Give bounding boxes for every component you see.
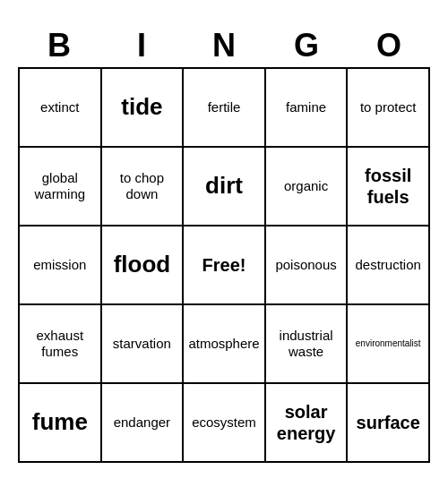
cell-text: emission [33, 257, 86, 273]
bingo-cell: solar energy [266, 384, 349, 463]
bingo-cell: famine [266, 69, 349, 148]
bingo-cell: global warming [20, 148, 102, 226]
header-letter: N [183, 24, 265, 67]
bingo-cell: fume [20, 384, 102, 463]
header-letter: I [100, 24, 183, 67]
cell-text: organic [284, 178, 328, 194]
cell-text: fertile [208, 99, 241, 115]
bingo-cell: industrial waste [266, 305, 349, 384]
cell-text: fume [32, 408, 88, 436]
bingo-cell: atmosphere [184, 305, 266, 384]
cell-text: environmentalist [356, 338, 421, 349]
bingo-cell: organic [266, 148, 349, 226]
bingo-cell: tide [102, 69, 185, 148]
bingo-grid: extincttidefertilefamineto protectglobal… [18, 67, 430, 463]
cell-text: Free! [202, 254, 246, 276]
bingo-cell: Free! [184, 226, 266, 305]
cell-text: fossil fuels [351, 165, 425, 208]
cell-text: to protect [360, 99, 417, 115]
bingo-cell: exhaust fumes [20, 305, 102, 384]
header-letter: G [265, 24, 348, 67]
bingo-cell: destruction [348, 226, 430, 305]
bingo-cell: to protect [348, 69, 430, 148]
bingo-cell: to chop down [102, 148, 185, 226]
header-letter: O [348, 24, 430, 67]
cell-text: industrial waste [270, 328, 343, 360]
cell-text: global warming [23, 170, 97, 202]
cell-text: poisonous [275, 257, 336, 273]
cell-text: ecosystem [192, 414, 256, 431]
bingo-cell: extinct [20, 69, 102, 148]
bingo-cell: ecosystem [184, 384, 266, 463]
bingo-cell: emission [20, 226, 102, 305]
bingo-cell: fossil fuels [348, 148, 430, 226]
cell-text: flood [114, 251, 171, 278]
bingo-cell: flood [102, 226, 185, 305]
cell-text: exhaust fumes [23, 328, 97, 360]
bingo-cell: fertile [184, 69, 266, 148]
bingo-cell: poisonous [266, 226, 349, 305]
cell-text: solar energy [270, 401, 343, 444]
cell-text: starvation [113, 336, 171, 352]
cell-text: destruction [356, 257, 421, 273]
bingo-cell: starvation [102, 305, 185, 384]
bingo-cell: dirt [184, 148, 266, 226]
bingo-card: BINGO extincttidefertilefamineto protect… [18, 24, 430, 463]
header-letter: B [18, 24, 100, 67]
cell-text: to chop down [106, 170, 179, 202]
bingo-cell: environmentalist [348, 305, 430, 384]
cell-text: dirt [205, 172, 243, 200]
cell-text: extinct [40, 99, 79, 115]
cell-text: surface [357, 412, 420, 433]
bingo-header: BINGO [18, 24, 430, 67]
cell-text: endanger [114, 414, 170, 431]
cell-text: tide [121, 93, 162, 121]
bingo-cell: endanger [102, 384, 185, 463]
bingo-cell: surface [348, 384, 430, 463]
cell-text: famine [286, 99, 326, 115]
cell-text: atmosphere [188, 336, 259, 352]
